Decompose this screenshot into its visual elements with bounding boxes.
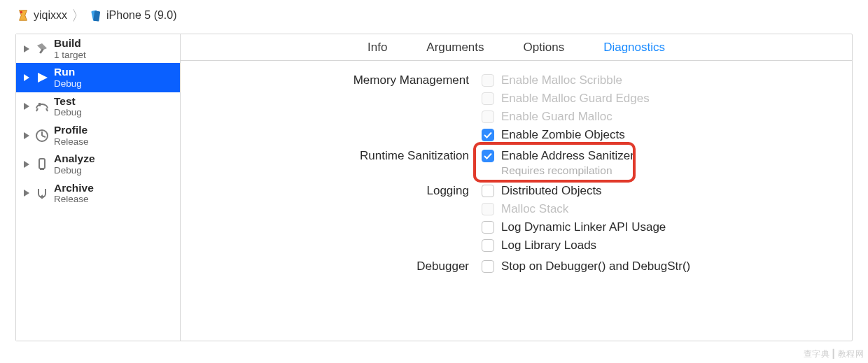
disclosure-triangle-icon[interactable] xyxy=(23,132,30,139)
watermark: 查字典┃教程网 xyxy=(804,348,864,360)
build-icon xyxy=(34,41,50,57)
option-label: Malloc Stack xyxy=(501,202,568,216)
sidebar-item-test[interactable]: Test Debug xyxy=(16,92,180,121)
checkbox[interactable] xyxy=(482,92,494,105)
section-label: Logging xyxy=(209,184,482,252)
option-label: Enable Zombie Objects xyxy=(501,128,625,142)
section-memory-management: Memory Management Enable Malloc Scribble… xyxy=(209,73,824,142)
device-name[interactable]: iPhone 5 (9.0) xyxy=(106,9,177,22)
scheme-name[interactable]: yiqixxx xyxy=(34,9,67,22)
sidebar-item-subtitle: Debug xyxy=(54,107,82,118)
content-area: Info Arguments Options Diagnostics Memor… xyxy=(181,34,852,341)
checkbox[interactable] xyxy=(482,260,494,273)
option-label: Log Library Loads xyxy=(501,239,596,252)
option-address-sanitizer[interactable]: Enable Address Sanitizer xyxy=(482,149,634,163)
sidebar-item-title: Profile xyxy=(54,124,89,136)
checkbox[interactable] xyxy=(482,185,494,197)
option-malloc-stack[interactable]: Malloc Stack xyxy=(482,202,666,216)
sidebar-item-title: Test xyxy=(54,95,82,108)
scheme-icon xyxy=(17,9,29,22)
option-guard-malloc[interactable]: Enable Guard Malloc xyxy=(482,110,650,124)
svg-marker-11 xyxy=(24,161,29,168)
sidebar-item-subtitle: 1 target xyxy=(54,50,86,61)
disclosure-triangle-icon[interactable] xyxy=(23,74,30,81)
disclosure-triangle-icon[interactable] xyxy=(23,190,30,197)
option-stop-on-debugger[interactable]: Stop on Debugger() and DebugStr() xyxy=(482,259,690,273)
option-label: Stop on Debugger() and DebugStr() xyxy=(501,259,690,273)
sidebar-item-title: Run xyxy=(54,66,82,78)
sidebar-item-subtitle: Debug xyxy=(54,165,95,176)
tab-options[interactable]: Options xyxy=(524,41,565,55)
option-zombie-objects[interactable]: Enable Zombie Objects xyxy=(482,128,650,142)
option-label: Enable Malloc Scribble xyxy=(501,73,622,87)
svg-marker-14 xyxy=(24,190,29,197)
tab-diagnostics[interactable]: Diagnostics xyxy=(603,41,665,55)
profile-icon xyxy=(34,128,50,143)
option-distributed-objects[interactable]: Distributed Objects xyxy=(482,184,666,198)
svg-rect-8 xyxy=(38,103,41,106)
analyze-icon xyxy=(34,157,50,172)
checkbox[interactable] xyxy=(482,203,494,215)
svg-marker-3 xyxy=(24,45,29,52)
svg-rect-12 xyxy=(39,159,45,169)
option-dynamic-linker-api[interactable]: Log Dynamic Linker API Usage xyxy=(482,220,666,234)
sidebar-item-archive[interactable]: Archive Release xyxy=(16,179,180,208)
section-label: Debugger xyxy=(209,259,482,273)
svg-rect-4 xyxy=(39,48,43,53)
checkbox[interactable] xyxy=(482,74,494,87)
chevron-right-icon: 〉 xyxy=(71,8,85,22)
svg-marker-9 xyxy=(24,132,29,139)
scheme-panel: Build 1 target Run Debug Test Debug xyxy=(15,34,853,341)
section-runtime-sanitization: Runtime Sanitization Enable Address Sani… xyxy=(209,149,824,177)
svg-marker-7 xyxy=(24,103,29,110)
option-label: Enable Malloc Guard Edges xyxy=(501,92,650,106)
checkbox[interactable] xyxy=(482,129,494,141)
checkbox[interactable] xyxy=(482,221,494,234)
option-library-loads[interactable]: Log Library Loads xyxy=(482,239,666,252)
disclosure-triangle-icon[interactable] xyxy=(23,103,30,110)
option-sublabel: Requires recompilation xyxy=(501,164,634,177)
scheme-sidebar: Build 1 target Run Debug Test Debug xyxy=(16,34,181,341)
svg-point-0 xyxy=(20,11,23,14)
device-icon xyxy=(90,9,102,22)
disclosure-triangle-icon[interactable] xyxy=(23,45,30,52)
breadcrumb: yiqixxx 〉 iPhone 5 (9.0) xyxy=(0,0,868,34)
section-debugger: Debugger Stop on Debugger() and DebugStr… xyxy=(209,259,824,273)
tab-arguments[interactable]: Arguments xyxy=(426,41,484,55)
checkbox[interactable] xyxy=(482,150,494,162)
checkbox[interactable] xyxy=(482,239,494,252)
checkbox[interactable] xyxy=(482,111,494,123)
sidebar-item-subtitle: Release xyxy=(54,194,94,205)
option-malloc-scribble[interactable]: Enable Malloc Scribble xyxy=(482,73,650,87)
sidebar-item-analyze[interactable]: Analyze Debug xyxy=(16,150,180,178)
sidebar-item-build[interactable]: Build 1 target xyxy=(16,34,180,63)
option-label: Enable Guard Malloc xyxy=(501,110,612,124)
sidebar-item-subtitle: Debug xyxy=(54,78,82,90)
archive-icon xyxy=(34,185,50,201)
option-label: Distributed Objects xyxy=(501,184,602,198)
section-label: Runtime Sanitization xyxy=(209,149,482,177)
sidebar-item-title: Analyze xyxy=(54,152,95,165)
sidebar-item-profile[interactable]: Profile Release xyxy=(16,121,180,150)
sidebar-item-title: Build xyxy=(54,37,86,50)
tab-info[interactable]: Info xyxy=(368,41,387,55)
tab-bar: Info Arguments Options Diagnostics xyxy=(181,34,852,61)
option-label: Log Dynamic Linker API Usage xyxy=(501,220,666,234)
option-label: Enable Address Sanitizer xyxy=(501,149,634,163)
option-malloc-guard-edges[interactable]: Enable Malloc Guard Edges xyxy=(482,92,650,106)
section-logging: Logging Distributed Objects Malloc Stack… xyxy=(209,184,824,252)
disclosure-triangle-icon[interactable] xyxy=(23,161,30,168)
sidebar-item-title: Archive xyxy=(54,182,94,194)
run-icon xyxy=(34,70,50,85)
test-icon xyxy=(34,99,50,114)
svg-marker-5 xyxy=(24,74,29,81)
diagnostics-settings: Memory Management Enable Malloc Scribble… xyxy=(181,61,852,341)
sidebar-item-run[interactable]: Run Debug xyxy=(16,63,180,92)
svg-marker-6 xyxy=(38,73,48,83)
sidebar-item-subtitle: Release xyxy=(54,136,89,148)
section-label: Memory Management xyxy=(209,73,482,142)
svg-rect-13 xyxy=(40,169,44,170)
